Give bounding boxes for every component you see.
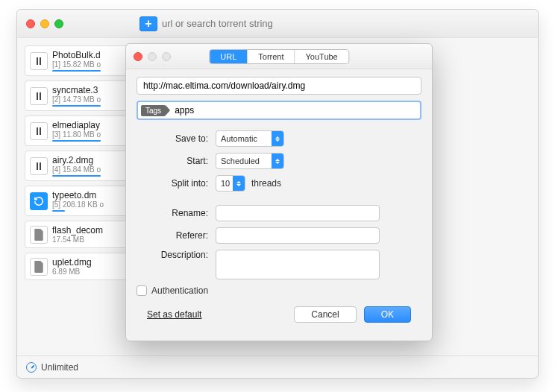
tab-torrent[interactable]: Torrent <box>247 50 294 63</box>
dialog-titlebar: URL Torrent YouTube <box>126 44 432 69</box>
close-icon[interactable] <box>26 19 35 28</box>
item-body: elmediaplay [3] 11.80 MB o <box>52 120 101 142</box>
save-to-label: Save to: <box>137 133 208 144</box>
description-label: Description: <box>137 250 208 260</box>
item-subtitle: [2] 14.73 MB o <box>52 95 101 104</box>
item-title: elmediaplay <box>52 120 101 130</box>
list-item[interactable]: PhotoBulk.d [1] 15.82 MB o <box>25 45 129 76</box>
referer-input[interactable] <box>216 227 380 244</box>
dialog-body: Tags Save to: Automatic Start: Scheduled… <box>126 69 432 330</box>
auth-checkbox[interactable]: Authentication <box>137 285 421 296</box>
list-item[interactable]: uplet.dmg 6.89 MB <box>25 253 129 280</box>
search-input[interactable] <box>162 16 416 32</box>
item-body: uplet.dmg 6.89 MB <box>52 257 92 276</box>
split-select[interactable]: 10 <box>216 175 245 192</box>
retry-icon[interactable] <box>30 192 48 210</box>
list-item[interactable]: airy.2.dmg [4] 15.84 MB o <box>25 151 129 181</box>
start-label: Start: <box>137 156 208 166</box>
main-titlebar: + <box>17 10 538 38</box>
rename-input[interactable] <box>216 205 380 221</box>
pause-icon[interactable] <box>30 52 48 70</box>
pause-icon[interactable] <box>30 87 48 105</box>
dialog-footer: Set as default Cancel OK <box>137 306 421 323</box>
item-body: PhotoBulk.d [1] 15.82 MB o <box>52 50 101 72</box>
downloads-list: PhotoBulk.d [1] 15.82 MB o syncmate.3 [2… <box>17 38 129 355</box>
list-item[interactable]: typeeto.dm [5] 208.18 KB o <box>25 186 129 216</box>
pause-icon[interactable] <box>30 122 48 140</box>
tags-input[interactable] <box>175 105 417 116</box>
minimize-icon[interactable] <box>40 19 49 28</box>
item-subtitle: [4] 15.84 MB o <box>52 165 101 174</box>
source-tabs: URL Torrent YouTube <box>209 49 349 64</box>
item-title: airy.2.dmg <box>52 155 101 165</box>
list-item[interactable]: elmediaplay [3] 11.80 MB o <box>25 116 129 146</box>
item-subtitle: [3] 11.80 MB o <box>52 130 101 139</box>
chevron-updown-icon <box>233 176 245 191</box>
threads-label: threads <box>251 178 281 189</box>
pause-icon[interactable] <box>30 157 48 175</box>
split-value: 10 <box>221 179 230 188</box>
list-item[interactable]: syncmate.3 [2] 14.73 MB o <box>25 80 129 111</box>
description-input[interactable] <box>216 250 380 279</box>
item-title: syncmate.3 <box>52 85 101 95</box>
rename-label: Rename: <box>137 208 208 218</box>
dialog-window-controls <box>134 52 171 61</box>
item-title: flash_decom <box>52 225 103 235</box>
progress-bar <box>52 105 101 107</box>
progress-bar <box>52 210 65 212</box>
checkbox-icon[interactable] <box>137 285 147 296</box>
chevron-updown-icon <box>272 154 283 168</box>
tags-chip-icon: Tags <box>141 105 166 116</box>
auth-label: Authentication <box>151 285 208 296</box>
progress-bar <box>52 140 101 142</box>
tags-field[interactable]: Tags <box>137 101 421 120</box>
progress-bar <box>52 175 101 177</box>
speed-label: Unlimited <box>41 362 78 373</box>
save-to-select[interactable]: Automatic <box>216 130 284 147</box>
tab-youtube[interactable]: YouTube <box>295 50 348 63</box>
item-title: typeeto.dm <box>52 190 104 200</box>
search-bar: + <box>139 16 416 32</box>
file-icon <box>30 226 48 244</box>
save-to-value: Automatic <box>221 134 257 143</box>
zoom-icon[interactable] <box>54 19 63 28</box>
set-default-link[interactable]: Set as default <box>147 309 201 320</box>
url-input[interactable] <box>137 77 421 95</box>
start-select[interactable]: Scheduled <box>216 153 284 169</box>
status-bar: Unlimited <box>17 355 538 378</box>
add-url-dialog: URL Torrent YouTube Tags Save to: Automa… <box>125 43 433 341</box>
cancel-button[interactable]: Cancel <box>294 306 356 323</box>
zoom-icon <box>162 52 171 61</box>
ok-button[interactable]: OK <box>364 306 411 323</box>
start-value: Scheduled <box>221 157 260 165</box>
item-subtitle: 17.54 MB <box>52 235 103 244</box>
speed-gauge-icon[interactable] <box>26 362 37 373</box>
minimize-icon <box>148 52 157 61</box>
tab-url[interactable]: URL <box>210 50 247 63</box>
item-body: typeeto.dm [5] 208.18 KB o <box>52 190 104 212</box>
item-body: airy.2.dmg [4] 15.84 MB o <box>52 155 101 177</box>
item-body: syncmate.3 [2] 14.73 MB o <box>52 85 101 107</box>
add-button[interactable]: + <box>139 16 157 31</box>
item-title: PhotoBulk.d <box>52 50 101 60</box>
item-subtitle: [5] 208.18 KB o <box>52 200 104 209</box>
window-controls <box>26 19 63 28</box>
list-item[interactable]: flash_decom 17.54 MB <box>25 221 129 248</box>
item-subtitle: [1] 15.82 MB o <box>52 60 101 69</box>
file-icon <box>30 258 48 276</box>
item-subtitle: 6.89 MB <box>52 268 92 276</box>
item-title: uplet.dmg <box>52 257 92 268</box>
item-body: flash_decom 17.54 MB <box>52 225 103 244</box>
close-icon[interactable] <box>134 52 142 61</box>
progress-bar <box>52 70 101 72</box>
split-label: Split into: <box>137 178 208 189</box>
referer-label: Referer: <box>137 230 208 241</box>
chevron-updown-icon <box>272 131 283 146</box>
